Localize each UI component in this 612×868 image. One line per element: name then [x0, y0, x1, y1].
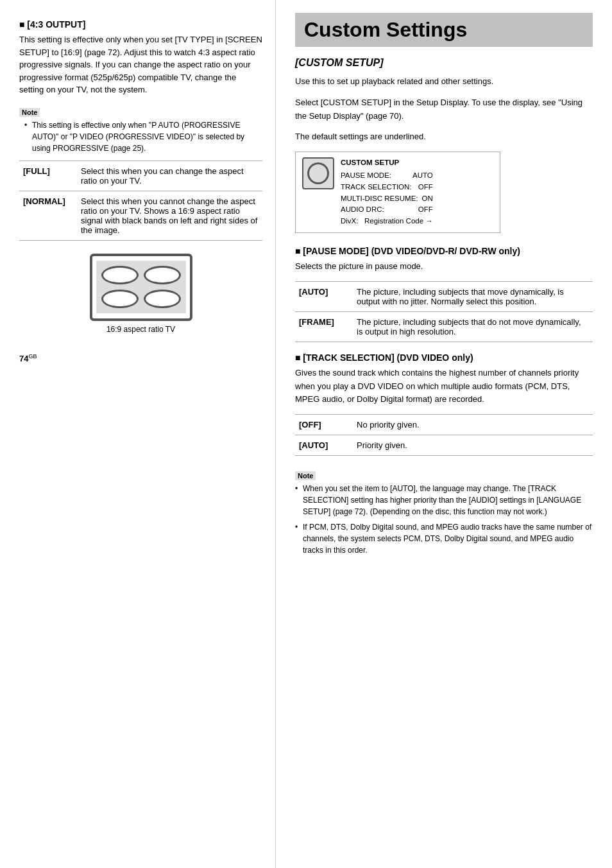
right-note-item: If PCM, DTS, Dolby Digital sound, and MP…	[295, 521, 593, 556]
setup-display-box: CUSTOM SETUP PAUSE MODE:AUTOTRACK SELECT…	[295, 152, 500, 233]
track-selection-body: Gives the sound track which contains the…	[295, 367, 593, 406]
section1-heading: [4:3 OUTPUT]	[19, 19, 262, 30]
definition-desc: Select this when you can change the aspe…	[77, 161, 262, 191]
definition-row: [NORMAL] Select this when you cannot cha…	[19, 191, 262, 240]
right-select-text: Select [CUSTOM SETUP] in the Setup Displ…	[295, 96, 593, 123]
setup-item-label: MULTI-DISC RESUME:	[341, 193, 418, 205]
setup-item: AUDIO DRC:OFF	[341, 204, 433, 216]
setup-display-icon	[302, 157, 334, 189]
setup-display-text: CUSTOM SETUP PAUSE MODE:AUTOTRACK SELECT…	[341, 157, 433, 227]
right-note-item: When you set the item to [AUTO], the lan…	[295, 483, 593, 517]
pause-mode-heading: [PAUSE MODE] (DVD VIDEO/DVD-R/ DVD-RW on…	[295, 246, 593, 256]
track-definition-row: [AUTO] Priority given.	[295, 435, 593, 456]
right-column: Custom Settings [CUSTOM SETUP] Use this …	[276, 0, 612, 868]
note-content: This setting is effective only when "P A…	[19, 119, 262, 154]
setup-display-title: CUSTOM SETUP	[341, 157, 433, 169]
setup-item-label: DivX:	[341, 216, 358, 227]
pause-mode-body: Selects the picture in pause mode.	[295, 260, 593, 273]
track-definitions-table: [OFF] No priority given. [AUTO] Priority…	[295, 414, 593, 456]
setup-item-value: OFF	[418, 204, 433, 216]
setup-item: PAUSE MODE:AUTO	[341, 170, 433, 182]
tv-circle-2	[144, 266, 181, 284]
setup-item: TRACK SELECTION:OFF	[341, 182, 433, 193]
definition-row: [FULL] Select this when you can change t…	[19, 161, 262, 191]
track-selection-heading: [TRACK SELECTION] (DVD VIDEO only)	[295, 352, 593, 363]
track-definition-row: [OFF] No priority given.	[295, 415, 593, 435]
track-term: [AUTO]	[295, 435, 353, 456]
right-note-label: Note	[295, 471, 316, 480]
pause-desc: The picture, including subjects that do …	[353, 311, 593, 342]
tv-illustration: 16:9 aspect ratio TV	[83, 254, 199, 334]
setup-item-label: AUDIO DRC:	[341, 204, 384, 216]
right-intro-text: Use this to set up playback related and …	[295, 75, 593, 89]
tv-frame	[90, 254, 192, 321]
pause-definitions-table: [AUTO] The picture, including subjects t…	[295, 281, 593, 342]
setup-item-value: AUTO	[412, 170, 433, 182]
setup-item-label: PAUSE MODE:	[341, 170, 391, 182]
setup-item: DivX:Registration Code →	[341, 216, 433, 227]
page-container: [4:3 OUTPUT] This setting is effective o…	[0, 0, 612, 868]
pause-definition-row: [FRAME] The picture, including subjects …	[295, 311, 593, 342]
setup-item-value: Registration Code →	[364, 216, 433, 227]
definition-term: [FULL]	[19, 161, 77, 191]
tv-circle-4	[144, 290, 181, 308]
definitions-table: [FULL] Select this when you can change t…	[19, 161, 262, 241]
definition-term: [NORMAL]	[19, 191, 77, 240]
note-label: Note	[19, 108, 40, 117]
definition-desc: Select this when you cannot change the a…	[77, 191, 262, 240]
setup-item-value: ON	[422, 193, 433, 205]
tv-caption: 16:9 aspect ratio TV	[106, 325, 175, 334]
page-number: 74GB	[19, 353, 262, 363]
track-desc: Priority given.	[353, 435, 593, 456]
setup-item-value: OFF	[418, 182, 433, 193]
setup-item-label: TRACK SELECTION:	[341, 182, 412, 193]
track-desc: No priority given.	[353, 415, 593, 435]
setup-item: MULTI-DISC RESUME:ON	[341, 193, 433, 205]
right-note-content: When you set the item to [AUTO], the lan…	[295, 483, 593, 556]
track-term: [OFF]	[295, 415, 353, 435]
subsection-heading: [CUSTOM SETUP]	[295, 57, 593, 69]
pause-definition-row: [AUTO] The picture, including subjects t…	[295, 281, 593, 311]
pause-term: [AUTO]	[295, 281, 353, 311]
note-text: This setting is effective only when "P A…	[24, 119, 262, 154]
tv-circle-3	[101, 290, 139, 308]
section1-body: This setting is effective only when you …	[19, 33, 262, 96]
left-column: [4:3 OUTPUT] This setting is effective o…	[0, 0, 276, 868]
tv-screen	[96, 261, 186, 313]
pause-desc: The picture, including subjects that mov…	[353, 281, 593, 311]
tv-circle-1	[101, 266, 139, 284]
pause-term: [FRAME]	[295, 311, 353, 342]
right-default-text: The default settings are underlined.	[295, 130, 593, 144]
page-title: Custom Settings	[295, 13, 593, 47]
